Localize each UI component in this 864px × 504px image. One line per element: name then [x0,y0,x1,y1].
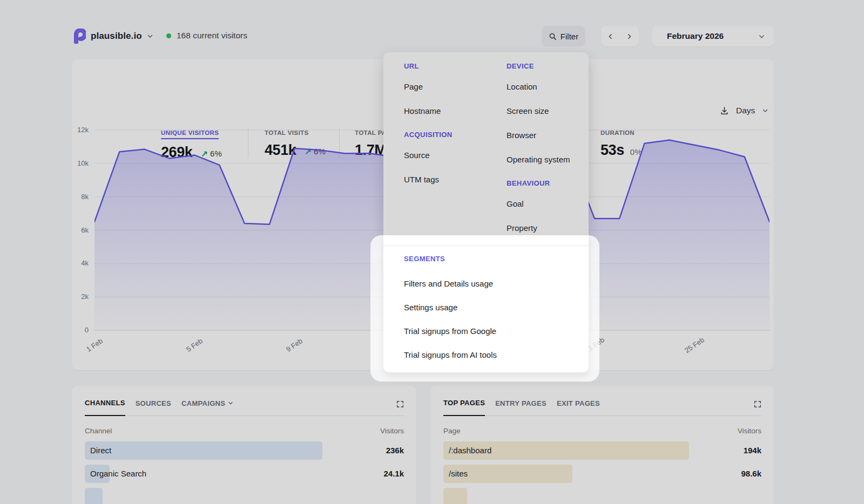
menu-item-segment-settings-usage[interactable]: Settings usage [404,303,589,312]
menu-item-segment-filters-details-usage[interactable]: Filters and Details usage [404,279,589,289]
menu-section-segments: SEGMENTS [404,255,589,263]
menu-item-segment-trial-signups-google[interactable]: Trial signups from Google [404,326,589,336]
menu-item-segment-trial-signups-ai-tools[interactable]: Trial signups from AI tools [404,350,589,360]
segments-section: SEGMENTS Filters and Details usage Setti… [383,235,589,372]
